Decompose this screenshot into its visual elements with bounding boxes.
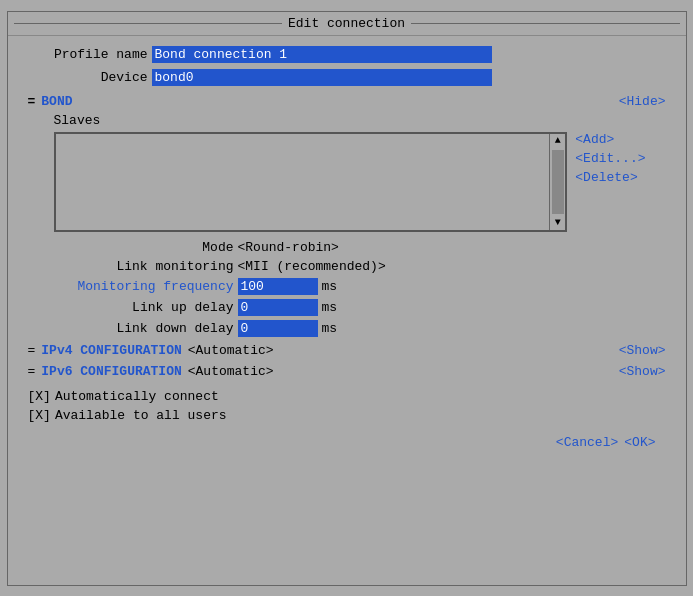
- monitoring-freq-label: Monitoring frequency: [54, 279, 234, 294]
- scroll-up-arrow[interactable]: ▲: [555, 134, 561, 148]
- delete-slave-button[interactable]: <Delete>: [575, 170, 645, 185]
- auto-connect-row: [X] Automatically connect: [28, 389, 666, 404]
- mode-label: Mode: [54, 240, 234, 255]
- profile-name-label: Profile name: [28, 47, 148, 62]
- bond-section-header: = BOND <Hide>: [28, 94, 666, 109]
- profile-name-row: Profile name: [28, 46, 666, 63]
- ipv6-show-button[interactable]: <Show>: [619, 364, 666, 379]
- ipv6-value: <Automatic>: [188, 364, 274, 379]
- scroll-down-arrow[interactable]: ▼: [555, 216, 561, 230]
- slaves-container: ▲ ▼ <Add> <Edit...> <Delete>: [54, 132, 646, 232]
- link-up-row: Link up delay ms: [54, 299, 666, 316]
- ipv4-section: = IPv4 CONFIGURATION <Automatic> <Show>: [28, 343, 666, 358]
- device-input[interactable]: [152, 69, 492, 86]
- link-down-row: Link down delay ms: [54, 320, 666, 337]
- link-down-input[interactable]: [238, 320, 318, 337]
- edit-slave-button[interactable]: <Edit...>: [575, 151, 645, 166]
- all-users-row: [X] Available to all users: [28, 408, 666, 423]
- title-bar: Edit connection: [8, 12, 686, 36]
- scroll-thumb: [552, 150, 564, 214]
- window-title: Edit connection: [288, 16, 405, 31]
- mode-value: <Round-robin>: [238, 240, 339, 255]
- ipv6-marker: =: [28, 364, 36, 379]
- profile-name-input[interactable]: [152, 46, 492, 63]
- link-monitoring-value: <MII (recommended)>: [238, 259, 386, 274]
- link-monitoring-label: Link monitoring: [54, 259, 234, 274]
- mode-row: Mode <Round-robin>: [54, 240, 666, 255]
- all-users-label: Available to all users: [55, 408, 227, 423]
- bond-marker: =: [28, 94, 36, 109]
- ipv4-label: IPv4 CONFIGURATION: [41, 343, 181, 358]
- monitoring-freq-unit: ms: [322, 279, 338, 294]
- ipv4-value: <Automatic>: [188, 343, 274, 358]
- slaves-list: ▲ ▼: [54, 132, 568, 232]
- bond-label: BOND: [41, 94, 72, 109]
- edit-connection-window: Edit connection Profile name Device = BO…: [7, 11, 687, 586]
- link-up-input[interactable]: [238, 299, 318, 316]
- link-down-label: Link down delay: [54, 321, 234, 336]
- ok-button[interactable]: <OK>: [624, 435, 655, 450]
- slaves-label: Slaves: [54, 113, 666, 128]
- ipv6-label: IPv6 CONFIGURATION: [41, 364, 181, 379]
- cancel-button[interactable]: <Cancel>: [556, 435, 618, 450]
- device-row: Device: [28, 69, 666, 86]
- link-monitoring-row: Link monitoring <MII (recommended)>: [54, 259, 666, 274]
- ipv6-section: = IPv6 CONFIGURATION <Automatic> <Show>: [28, 364, 666, 379]
- link-down-unit: ms: [322, 321, 338, 336]
- monitoring-freq-input[interactable]: [238, 278, 318, 295]
- add-slave-button[interactable]: <Add>: [575, 132, 645, 147]
- bond-fields: Mode <Round-robin> Link monitoring <MII …: [54, 240, 666, 337]
- ipv4-show-button[interactable]: <Show>: [619, 343, 666, 358]
- auto-connect-checkbox[interactable]: [X]: [28, 389, 51, 404]
- link-up-unit: ms: [322, 300, 338, 315]
- all-users-checkbox[interactable]: [X]: [28, 408, 51, 423]
- hide-button[interactable]: <Hide>: [619, 94, 666, 109]
- footer-buttons: <Cancel> <OK>: [28, 435, 666, 450]
- device-label: Device: [28, 70, 148, 85]
- auto-connect-label: Automatically connect: [55, 389, 219, 404]
- slave-buttons: <Add> <Edit...> <Delete>: [575, 132, 645, 232]
- monitoring-freq-row: Monitoring frequency ms: [54, 278, 666, 295]
- ipv4-marker: =: [28, 343, 36, 358]
- link-up-label: Link up delay: [54, 300, 234, 315]
